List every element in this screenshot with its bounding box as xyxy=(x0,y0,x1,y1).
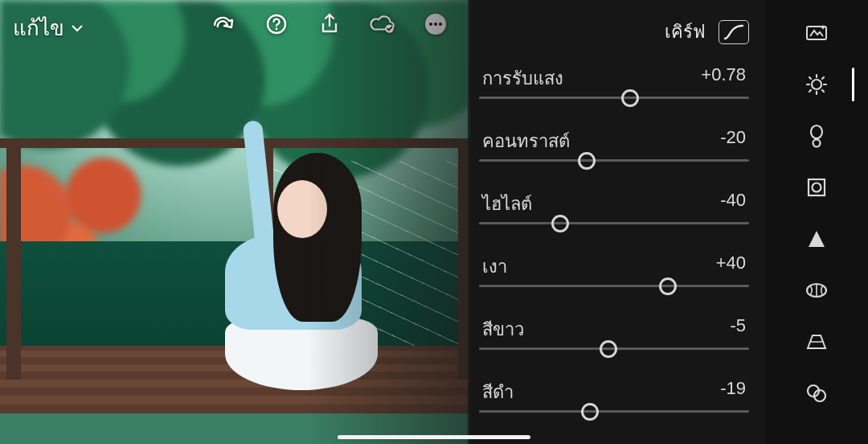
tool-auto[interactable] xyxy=(805,21,829,45)
slider-label: เงา xyxy=(482,253,507,281)
slider-thumb[interactable] xyxy=(621,89,639,107)
slider-track[interactable] xyxy=(479,159,749,162)
svg-point-9 xyxy=(811,125,822,138)
slider-thumb[interactable] xyxy=(581,403,599,421)
color-icon xyxy=(808,124,825,148)
slider-label: ไฮไลต์ xyxy=(482,190,532,218)
tool-optics[interactable] xyxy=(805,278,829,302)
slider-thumb[interactable] xyxy=(578,152,596,170)
svg-point-12 xyxy=(813,183,821,192)
svg-point-10 xyxy=(813,140,821,147)
svg-rect-11 xyxy=(809,179,825,195)
slider-1[interactable]: คอนทราสต์-20 xyxy=(479,127,749,179)
tool-detail[interactable] xyxy=(805,227,829,251)
slider-track[interactable] xyxy=(479,222,749,224)
redo-button[interactable] xyxy=(211,11,236,37)
slider-value: -20 xyxy=(720,127,746,148)
slider-label: สีดำ xyxy=(482,378,514,406)
tool-geometry[interactable] xyxy=(805,330,829,354)
slider-value: +0.78 xyxy=(701,64,746,85)
presets-icon xyxy=(806,383,827,404)
tool-presets[interactable] xyxy=(805,381,829,405)
curve-button[interactable] xyxy=(719,20,749,44)
slider-value: +40 xyxy=(716,253,746,273)
tool-effects[interactable] xyxy=(805,175,829,199)
slider-label: การรับแสง xyxy=(482,64,563,92)
detail-icon xyxy=(807,229,826,249)
slider-4[interactable]: สีขาว-5 xyxy=(479,315,749,367)
curve-icon xyxy=(723,24,744,40)
curve-label: เคิร์ฟ xyxy=(665,18,706,46)
tool-light[interactable] xyxy=(805,72,829,97)
tool-strip xyxy=(765,0,868,444)
slider-value: -5 xyxy=(730,315,746,336)
slider-value: -19 xyxy=(720,378,746,399)
slider-label: สีขาว xyxy=(482,315,524,343)
optics-icon xyxy=(805,282,828,298)
slider-3[interactable]: เงา+40 xyxy=(479,253,749,304)
effects-icon xyxy=(806,177,827,198)
slider-label: คอนทราสต์ xyxy=(482,127,570,155)
slider-value: -40 xyxy=(720,190,746,211)
help-button[interactable] xyxy=(264,11,289,37)
light-icon xyxy=(805,73,828,96)
slider-thumb[interactable] xyxy=(659,278,677,295)
mode-label: แก้ไข xyxy=(13,11,64,44)
slider-5[interactable]: สีดำ-19 xyxy=(479,378,749,430)
home-indicator[interactable] xyxy=(338,435,530,439)
slider-thumb[interactable] xyxy=(551,215,569,232)
tool-color[interactable] xyxy=(805,124,829,148)
slider-thumb[interactable] xyxy=(600,340,617,358)
slider-track[interactable] xyxy=(479,97,749,99)
chevron-down-icon xyxy=(71,22,84,35)
geometry-icon xyxy=(805,332,829,352)
slider-0[interactable]: การรับแสง+0.78 xyxy=(479,64,749,116)
slider-track[interactable] xyxy=(479,410,749,413)
slider-2[interactable]: ไฮไลต์-40 xyxy=(479,190,749,241)
auto-icon xyxy=(805,23,828,43)
svg-point-8 xyxy=(812,80,821,89)
mode-dropdown[interactable]: แก้ไข xyxy=(13,11,84,44)
svg-point-1 xyxy=(276,28,278,31)
slider-track[interactable] xyxy=(479,285,749,287)
